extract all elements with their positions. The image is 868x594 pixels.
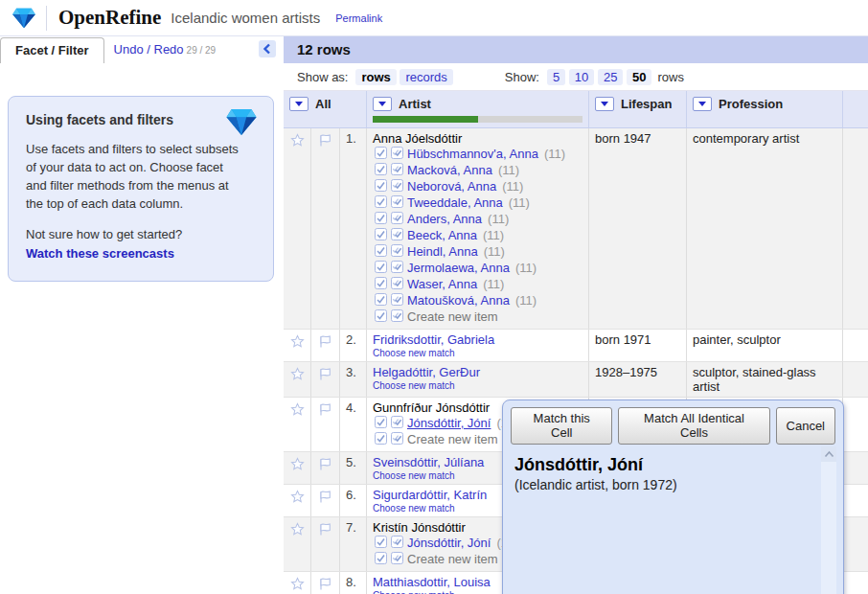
column-label: All xyxy=(315,97,331,111)
page-size-10[interactable]: 10 xyxy=(569,69,594,85)
flag-icon xyxy=(318,367,332,381)
match-all-cells-icon[interactable] xyxy=(391,261,403,276)
choose-new-match-link[interactable]: Choose new match xyxy=(373,348,582,358)
match-all-cells-icon[interactable] xyxy=(391,293,403,308)
candidate-link[interactable]: Matoušková, Anna xyxy=(407,294,510,308)
column-menu-button-profession[interactable] xyxy=(693,97,712,111)
match-this-cell-icon[interactable] xyxy=(375,293,387,308)
match-all-cells-icon[interactable] xyxy=(391,244,403,260)
flag-toggle[interactable] xyxy=(311,128,340,329)
match-this-cell-icon[interactable] xyxy=(375,244,387,260)
match-all-cells-icon[interactable] xyxy=(391,212,403,227)
column-menu-button-artist[interactable] xyxy=(373,97,392,111)
match-all-cells-icon[interactable] xyxy=(391,432,403,447)
match-this-cell-icon[interactable] xyxy=(375,228,387,243)
candidate-link[interactable]: Hübschmannov'a, Anna xyxy=(407,148,538,161)
reconcile-candidate: Beeck, Anna(11) xyxy=(375,228,582,243)
flag-toggle[interactable] xyxy=(311,572,340,594)
create-new-item-link[interactable]: Create new item xyxy=(407,310,498,324)
show-as-rows[interactable]: rows xyxy=(355,69,396,85)
match-this-cell-icon[interactable] xyxy=(375,261,387,276)
flag-toggle[interactable] xyxy=(311,362,340,397)
candidate-link[interactable]: Neborová, Anna xyxy=(407,180,496,194)
match-all-cells-icon[interactable] xyxy=(391,277,403,292)
match-this-cell-icon[interactable] xyxy=(375,179,387,194)
column-menu-button-all[interactable] xyxy=(289,97,308,111)
match-all-cells-icon[interactable] xyxy=(391,309,403,325)
column-header-extra xyxy=(843,91,868,127)
match-all-cells-icon[interactable] xyxy=(391,195,403,211)
match-all-cells-icon[interactable] xyxy=(391,416,403,431)
star-toggle[interactable] xyxy=(284,128,311,329)
match-all-cells-icon[interactable] xyxy=(391,163,403,178)
profession-cell: painter, sculptor xyxy=(687,330,843,361)
candidate-link[interactable]: Waser, Anna xyxy=(407,278,477,291)
flag-toggle[interactable] xyxy=(311,485,340,516)
star-toggle[interactable] xyxy=(284,452,311,484)
match-this-cell-icon[interactable] xyxy=(375,552,387,567)
match-all-identical-cells-button[interactable]: Match All Identical Cells xyxy=(618,407,769,445)
candidate-link[interactable]: Heindl, Anna xyxy=(407,245,478,259)
match-this-cell-button[interactable]: Match this Cell xyxy=(511,407,612,445)
match-all-cells-icon[interactable] xyxy=(391,536,403,551)
candidate-link[interactable]: Tweeddale, Anna xyxy=(407,196,503,210)
artist-name[interactable]: Fridriksdottir, Gabriela xyxy=(373,332,582,347)
candidate-link[interactable]: Macková, Anna xyxy=(407,164,492,177)
row-index: 8. xyxy=(340,572,367,594)
show-as-records[interactable]: records xyxy=(400,69,452,85)
star-toggle[interactable] xyxy=(284,517,311,571)
flag-toggle[interactable] xyxy=(311,330,340,361)
tab-undo-redo[interactable]: Undo / Redo29 / 29 xyxy=(104,37,226,63)
match-this-cell-icon[interactable] xyxy=(375,212,387,227)
star-toggle[interactable] xyxy=(284,572,311,594)
match-all-cells-icon[interactable] xyxy=(391,179,403,194)
artist-cell[interactable]: Helgadóttir, GerÐurChoose new match xyxy=(367,362,589,397)
candidate-link[interactable]: Anders, Anna xyxy=(407,213,482,226)
match-this-cell-icon[interactable] xyxy=(375,432,387,447)
page-size-5[interactable]: 5 xyxy=(547,69,565,85)
tab-facet-filter[interactable]: Facet / Filter xyxy=(0,37,104,63)
candidate-score: (11) xyxy=(483,229,504,242)
create-new-item-link[interactable]: Create new item xyxy=(407,433,498,446)
candidate-score: (11) xyxy=(484,245,505,259)
star-toggle[interactable] xyxy=(284,330,311,361)
match-this-cell-icon[interactable] xyxy=(375,309,387,325)
artist-name[interactable]: Helgadóttir, GerÐur xyxy=(373,365,582,379)
match-this-cell-icon[interactable] xyxy=(375,195,387,211)
extra-cell xyxy=(843,572,868,594)
watch-screencasts-link[interactable]: Watch these screencasts xyxy=(26,246,174,261)
permalink-link[interactable]: Permalink xyxy=(335,12,382,24)
preview-entity-title: Jónsdóttir, Jóní xyxy=(514,455,843,475)
preview-scrollbar[interactable] xyxy=(821,446,836,594)
cancel-button[interactable]: Cancel xyxy=(776,407,835,445)
candidate-link[interactable]: Jónsdóttir, Jóní xyxy=(407,537,491,550)
page-size-50[interactable]: 50 xyxy=(627,69,651,85)
candidate-link[interactable]: Jermolaewa, Anna xyxy=(407,262,510,275)
match-all-cells-icon[interactable] xyxy=(391,147,403,162)
left-sidebar: Facet / Filter Undo / Redo29 / 29 Using … xyxy=(0,36,284,594)
match-this-cell-icon[interactable] xyxy=(375,277,387,292)
reconcile-progress-bar xyxy=(373,116,582,123)
flag-toggle[interactable] xyxy=(311,452,340,484)
candidate-link[interactable]: Jónsdóttir, Jóní xyxy=(407,417,491,430)
scroll-up-icon[interactable] xyxy=(821,446,836,462)
match-all-cells-icon[interactable] xyxy=(391,228,403,243)
match-this-cell-icon[interactable] xyxy=(375,536,387,551)
match-this-cell-icon[interactable] xyxy=(375,163,387,178)
column-menu-button-lifespan[interactable] xyxy=(595,97,614,111)
star-toggle[interactable] xyxy=(284,398,311,451)
flag-toggle[interactable] xyxy=(311,517,340,571)
match-this-cell-icon[interactable] xyxy=(375,416,387,431)
artist-cell[interactable]: Anna JóelsdóttirHübschmannov'a, Anna(11)… xyxy=(367,128,589,329)
create-new-item-link[interactable]: Create new item xyxy=(407,553,498,566)
star-toggle[interactable] xyxy=(284,362,311,397)
choose-new-match-link[interactable]: Choose new match xyxy=(373,380,582,391)
match-all-cells-icon[interactable] xyxy=(391,552,403,567)
page-size-25[interactable]: 25 xyxy=(598,69,623,85)
artist-cell[interactable]: Fridriksdottir, GabrielaChoose new match xyxy=(367,330,589,361)
sidebar-collapse-button[interactable] xyxy=(259,40,276,57)
star-toggle[interactable] xyxy=(284,485,311,516)
candidate-link[interactable]: Beeck, Anna xyxy=(407,229,477,242)
flag-toggle[interactable] xyxy=(311,398,340,451)
match-this-cell-icon[interactable] xyxy=(375,147,387,162)
